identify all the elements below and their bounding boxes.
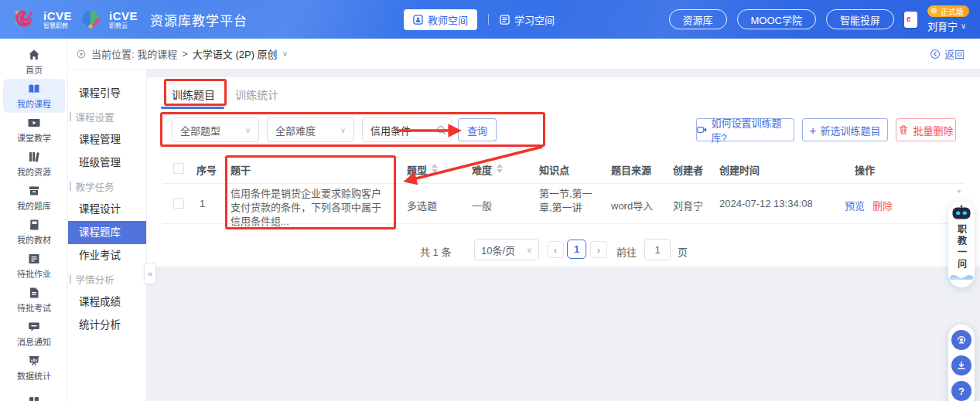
video-camera-icon [697, 124, 707, 135]
logo2-sub: 职教云 [109, 23, 138, 29]
back-button[interactable]: 返回 [930, 46, 965, 61]
mooc-academy-button[interactable]: MOOC学院 [737, 9, 816, 29]
col-header-stem: 题干 [230, 162, 251, 177]
cell-source: word导入 [611, 198, 653, 212]
sidebar-collapse-handle[interactable]: « [144, 263, 156, 284]
rail-item-label: 消息通知 [17, 335, 51, 348]
page-size-select[interactable]: 10条/页 ∨ [474, 239, 539, 260]
cell-stem: 信用条件是销货企业要求赊购客户支付货款的条件，下列各项中属于信用条件组... [230, 187, 386, 229]
rail-item-label: 课堂教学 [17, 131, 51, 144]
trash-icon [898, 124, 909, 135]
back-label: 返回 [944, 46, 965, 61]
floating-toolbox: ? [948, 325, 975, 401]
user-menu[interactable]: 刘育宁 ∨ [927, 19, 966, 33]
study-space-icon [500, 15, 510, 25]
teacher-space-button[interactable]: 教师空间 [404, 9, 477, 30]
add-training-questions-label: 新选训练题目 [820, 123, 880, 138]
submenu-section-learning-analysis: 学情分析 [68, 267, 146, 291]
submenu-item-statistical-analysis[interactable]: 统计分析 [68, 314, 146, 337]
current-page-button[interactable]: 1 [567, 240, 586, 259]
rail-item-notifications[interactable]: 消息通知 [0, 317, 68, 351]
submenu-item-course-grades[interactable]: 课程成绩 [68, 291, 146, 314]
rail-item-home[interactable]: 首页 [0, 45, 68, 79]
howto-setup-button[interactable]: 如何设置训练题库? [696, 118, 794, 141]
sort-type-control[interactable] [432, 164, 438, 173]
teacher-space-label: 教师空间 [428, 12, 468, 27]
submenu-item-homework-exam[interactable]: 作业考试 [68, 244, 146, 267]
delete-link[interactable]: 删除 [872, 198, 893, 212]
bulk-delete-button[interactable]: 批量删除 [896, 118, 956, 141]
rail-item-data-statistics[interactable]: 数据统计 [0, 351, 68, 385]
section-label: 课程设置 [76, 110, 114, 124]
home-icon [28, 49, 40, 61]
icve-shell-logo-icon [80, 8, 101, 30]
course-submenu: 课程引导 课程设置 课程管理 班级管理 教学任务 课程设计 课程题库 作业考试 … [68, 70, 147, 401]
sort-up-icon [432, 164, 438, 168]
chevron-down-icon[interactable]: ∨ [282, 49, 288, 58]
breadcrumb-current-course[interactable]: 大学语文 (2P) 原创 [193, 46, 278, 61]
submenu-section-teaching-tasks: 教学任务 [68, 175, 146, 198]
rail-item-more[interactable] [0, 385, 68, 401]
resource-library-button[interactable]: 资源库 [669, 9, 727, 29]
add-training-questions-button[interactable]: + 新选训练题目 [802, 118, 888, 141]
logo2-text: iCVE 职教云 [109, 10, 138, 29]
rail-item-classroom-teaching[interactable]: 课堂教学 [0, 113, 68, 147]
submenu-item-course-question-bank[interactable]: 课程题库 [68, 221, 146, 244]
breadcrumb-prefix: 当前位置: 我的课程 [91, 46, 177, 61]
rail-item-pending-homework[interactable]: 待批作业 [0, 249, 68, 283]
rail-item-label: 数据统计 [17, 369, 51, 382]
assistant-widget[interactable]: 职教一问 [948, 201, 975, 287]
section-bar [70, 274, 71, 284]
rail-item-my-question-bank[interactable]: 我的题库 [0, 181, 68, 215]
certificate-doc-icon[interactable]: e [904, 12, 917, 28]
sort-difficulty-control[interactable] [497, 164, 503, 173]
search-icon[interactable] [436, 125, 446, 135]
submenu-item-course-management[interactable]: 课程管理 [68, 128, 146, 151]
section-bar [70, 182, 71, 191]
question-type-select[interactable]: 全部题型 ∨ [172, 117, 259, 142]
tab-training-statistics[interactable]: 训练统计 [235, 87, 278, 102]
rail-item-my-textbooks[interactable]: 我的教材 [0, 215, 68, 249]
difficulty-select[interactable]: 全部难度 ∨ [267, 117, 354, 142]
version-badge-label: 正式版 [941, 5, 964, 17]
assistant-label: 职教一问 [955, 224, 968, 270]
page-unit-label: 页 [678, 244, 688, 259]
col-header-difficulty[interactable]: 难度 [472, 162, 492, 177]
submenu-item-class-management[interactable]: 班级管理 [68, 151, 146, 175]
col-header-type[interactable]: 题型 [407, 162, 427, 177]
tab-training-questions[interactable]: 训练题目 [172, 87, 215, 102]
search-input-wrap [362, 117, 452, 142]
rail-item-label: 我的课程 [17, 97, 51, 110]
user-name-label: 刘育宁 [927, 19, 958, 33]
smart-cast-button[interactable]: 智能投屏 [826, 9, 894, 29]
textbook-icon [28, 219, 40, 231]
books-icon [28, 151, 40, 163]
help-button[interactable]: ? [951, 381, 971, 401]
row-checkbox[interactable] [173, 198, 184, 209]
study-space-button[interactable]: 学习空间 [500, 12, 555, 27]
submenu-item-course-design[interactable]: 课程设计 [68, 198, 146, 221]
next-page-button[interactable]: › [590, 241, 607, 258]
col-header-knowledge: 知识点 [539, 162, 569, 177]
query-button[interactable]: 查询 [458, 118, 497, 141]
teacher-space-icon [413, 15, 423, 25]
robot-icon [951, 205, 971, 220]
section-label: 学情分析 [76, 272, 114, 287]
search-input[interactable] [370, 124, 431, 136]
prev-page-button[interactable]: ‹ [547, 241, 564, 258]
rail-item-my-resources[interactable]: 我的资源 [0, 147, 68, 181]
active-tab-underline [161, 107, 224, 109]
archive-box-icon [28, 185, 40, 197]
stats-board-icon [28, 355, 40, 367]
goto-page-input[interactable] [644, 239, 671, 260]
rail-item-pending-exams[interactable]: 待批考试 [0, 283, 68, 317]
submenu-item-course-guide[interactable]: 课程引导 [68, 82, 146, 105]
col-header-created: 创建时间 [719, 162, 760, 177]
customer-service-button[interactable] [951, 330, 971, 350]
download-button[interactable] [951, 355, 971, 376]
rail-item-my-courses[interactable]: 我的课程 [3, 79, 65, 113]
select-all-checkbox[interactable] [173, 163, 184, 174]
logo1-name: iCVE [43, 10, 72, 22]
preview-link[interactable]: 预览 [845, 198, 865, 212]
logo1-sub: 智慧职教 [43, 23, 72, 29]
